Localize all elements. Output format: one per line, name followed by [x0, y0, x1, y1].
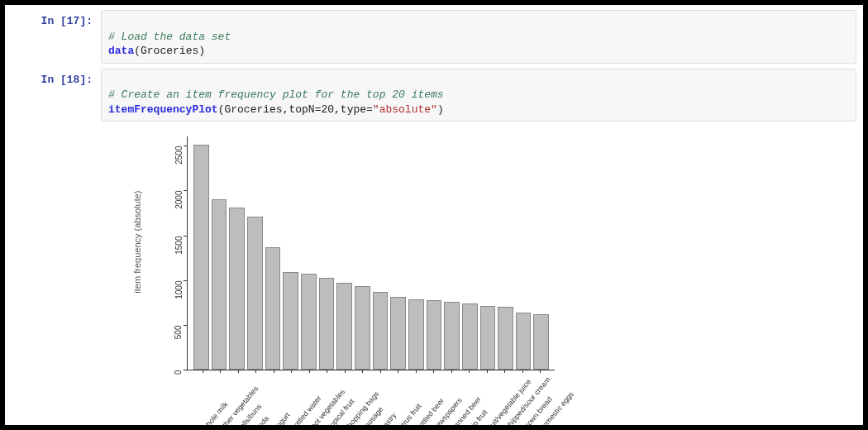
args-prefix: (Groceries,topN=20,type= — [218, 103, 373, 116]
bar — [229, 208, 245, 370]
prompt-17: In [17]: — [12, 10, 101, 27]
prompt-18: In [18]: — [12, 69, 101, 86]
bar — [498, 307, 513, 370]
bar — [462, 303, 478, 370]
code-input-17[interactable]: # Load the data set data(Groceries) — [101, 10, 856, 64]
y-tick-label: 2000 — [174, 191, 184, 209]
code-cell-18: In [18]: # Create an item frequency plot… — [12, 69, 856, 122]
comment: # Load the data set — [108, 31, 231, 43]
bar — [336, 283, 352, 370]
item-frequency-plot: item frequency (absolute) 05001000150020… — [137, 130, 567, 425]
bar — [265, 247, 281, 370]
bar — [212, 199, 227, 370]
func-call: itemFrequencyPlot — [108, 103, 218, 116]
bar — [480, 306, 496, 370]
bar — [408, 299, 424, 370]
comment: # Create an item frequency plot for the … — [108, 88, 444, 101]
notebook-page: In [17]: # Load the data set data(Grocer… — [5, 5, 863, 425]
x-axis — [187, 370, 555, 370]
func-args: (Groceries) — [134, 45, 205, 57]
bar — [301, 274, 317, 370]
code-input-18[interactable]: # Create an item frequency plot for the … — [101, 69, 856, 122]
y-tick-label: 2500 — [174, 146, 184, 165]
y-axis-label: item frequency (absolute) — [132, 191, 142, 294]
y-tick-label: 0 — [174, 370, 184, 375]
args-string: "absolute" — [373, 103, 437, 116]
bar — [427, 300, 442, 370]
bar — [283, 272, 298, 370]
code-cell-17: In [17]: # Load the data set data(Grocer… — [12, 10, 856, 64]
bar — [319, 278, 335, 370]
bar — [390, 297, 406, 370]
func-call: data — [108, 45, 134, 57]
bar — [355, 286, 370, 370]
bar — [444, 302, 460, 370]
bar — [193, 145, 209, 370]
y-tick-label: 1000 — [174, 280, 184, 299]
bar — [516, 313, 532, 370]
output-cell-18: item frequency (absolute) 05001000150020… — [5, 130, 863, 425]
y-axis — [187, 136, 188, 370]
y-tick-label: 500 — [174, 326, 184, 340]
y-tick-label: 1500 — [174, 236, 184, 254]
args-suffix: ) — [437, 103, 444, 116]
bar-group — [193, 136, 549, 370]
bar — [247, 217, 263, 370]
bar — [373, 292, 389, 370]
bar — [533, 314, 549, 370]
